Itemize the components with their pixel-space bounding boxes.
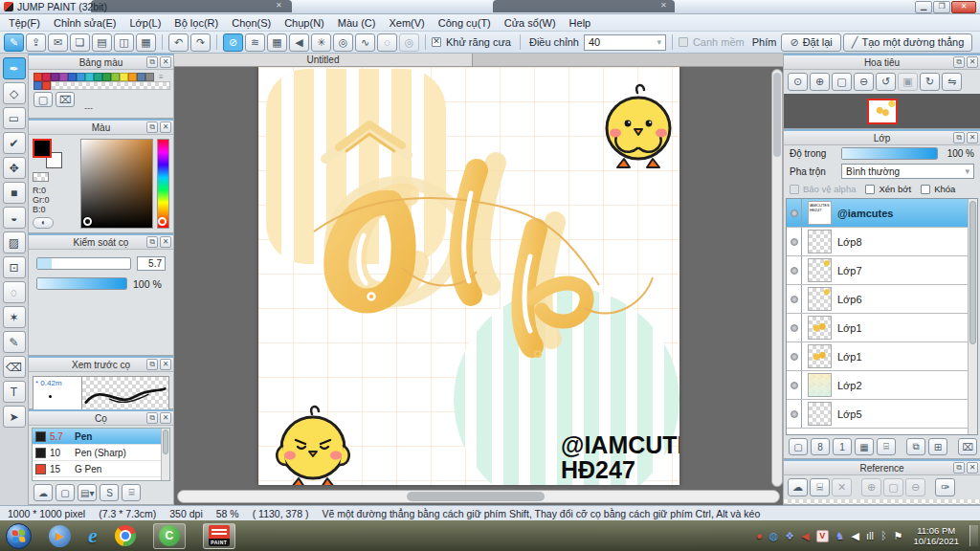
- layer-visibility-indicator[interactable]: [787, 342, 802, 370]
- dragon-tray-icon[interactable]: ♞: [835, 531, 845, 541]
- snap-parallel-button[interactable]: ≋: [245, 33, 265, 52]
- menu-item[interactable]: Công cụ(T): [432, 15, 498, 31]
- ref-fit-icon[interactable]: ▢: [883, 478, 903, 496]
- hue-cursor[interactable]: [158, 217, 167, 226]
- panel-popout-icon[interactable]: ⧉: [146, 56, 158, 68]
- duplicate-layer-icon[interactable]: ⧉: [906, 438, 925, 455]
- document-tab[interactable]: Untitled: [174, 54, 473, 66]
- new-palette-color-icon[interactable]: ▢: [33, 92, 53, 107]
- menu-item[interactable]: Tệp(F): [2, 15, 47, 31]
- add-8bit-layer-icon[interactable]: 8: [811, 438, 830, 455]
- move-tool[interactable]: ✥: [3, 157, 26, 179]
- foreground-background-swatches[interactable]: [33, 139, 65, 169]
- add-1bit-layer-icon[interactable]: 1: [833, 438, 852, 455]
- panel-close-icon[interactable]: ✕: [160, 412, 171, 424]
- layer-visibility-indicator[interactable]: [787, 371, 802, 399]
- publish-button[interactable]: ⇪: [26, 33, 46, 52]
- text-tool[interactable]: T: [3, 381, 26, 403]
- gradient-tool[interactable]: ▨: [3, 231, 26, 253]
- ref-zoom-out-icon[interactable]: ⊖: [905, 478, 925, 496]
- page-button[interactable]: ▤: [92, 33, 112, 52]
- layer-visibility-indicator[interactable]: [787, 285, 802, 313]
- antialias-checkbox[interactable]: [432, 37, 441, 47]
- taskbar-coccoc-button[interactable]: C: [153, 523, 186, 549]
- rotate-left-icon[interactable]: ↺: [876, 73, 896, 91]
- bucket-tool[interactable]: ◒: [3, 207, 26, 229]
- brush-opacity-slider[interactable]: [36, 277, 127, 290]
- foreground-color-swatch[interactable]: [33, 139, 52, 158]
- color-swatch[interactable]: [111, 73, 120, 81]
- rotate-reset-icon[interactable]: ▣: [898, 73, 918, 91]
- taskbar-chrome-icon[interactable]: [115, 525, 136, 546]
- paint-cloud-button[interactable]: ✎: [4, 33, 24, 52]
- select-eraser-tool[interactable]: ⌫: [3, 356, 26, 378]
- color-swatch[interactable]: [42, 81, 51, 90]
- color-swatch[interactable]: [42, 73, 51, 81]
- menu-item[interactable]: Xem(V): [382, 15, 431, 31]
- ref-zoom-in-icon[interactable]: ⊕: [861, 478, 881, 496]
- layer-row[interactable]: Lớp5: [787, 400, 968, 429]
- color-swatch[interactable]: [137, 73, 145, 81]
- add-layer-icon[interactable]: ▢: [789, 438, 808, 455]
- color-swatch[interactable]: [102, 73, 111, 81]
- brush-folder-icon[interactable]: ⌸: [122, 484, 141, 501]
- close-reference-icon[interactable]: ✕: [832, 478, 852, 496]
- hue-slider[interactable]: [157, 139, 169, 229]
- layer-visibility-indicator[interactable]: [787, 228, 802, 255]
- panel-popout-icon[interactable]: ⧉: [146, 236, 158, 248]
- rotate-right-icon[interactable]: ↻: [920, 73, 940, 91]
- brush-item[interactable]: 15 Mapping Pen: [33, 477, 161, 480]
- layer-visibility-indicator[interactable]: [787, 256, 802, 284]
- color-swatch[interactable]: [120, 73, 128, 81]
- brush-size-slider[interactable]: [36, 257, 131, 270]
- color-swatch[interactable]: [33, 81, 42, 90]
- network-tray-icon[interactable]: ıll: [866, 531, 874, 541]
- speaker-tray-icon[interactable]: ◀: [852, 531, 859, 541]
- layer-visibility-indicator[interactable]: [787, 314, 802, 342]
- lock-checkbox[interactable]: [921, 185, 930, 194]
- delete-layer-icon[interactable]: ⌧: [958, 438, 977, 455]
- menu-item[interactable]: Chụp(N): [278, 15, 331, 31]
- panel-popout-icon[interactable]: ⧉: [953, 132, 965, 143]
- red-app-tray-icon[interactable]: ●: [756, 531, 763, 541]
- layer-row[interactable]: Lớp2: [787, 371, 968, 400]
- edit-canvas-button[interactable]: ▦: [136, 33, 156, 52]
- panel-popout-icon[interactable]: ⧉: [953, 462, 965, 474]
- layer-row[interactable]: Lớp6: [787, 285, 968, 314]
- taskbar-internet-explorer-icon[interactable]: e: [88, 523, 98, 548]
- zoom-tool-icon[interactable]: ⊙: [788, 73, 808, 91]
- ref-eyedropper-icon[interactable]: ✑: [935, 478, 955, 496]
- add-brush-icon[interactable]: ▢: [56, 484, 75, 501]
- menu-item[interactable]: Màu (C): [331, 15, 383, 31]
- select-rect-tool[interactable]: ⊡: [3, 256, 26, 278]
- alpha-protect-checkbox[interactable]: [790, 185, 799, 194]
- adjust-combobox[interactable]: 40▾: [584, 34, 666, 51]
- brush-tool[interactable]: ✒: [3, 57, 26, 79]
- open-folder-icon[interactable]: ⌸: [810, 478, 830, 496]
- brush-item[interactable]: 15 G Pen: [33, 461, 161, 477]
- brush-item[interactable]: 10 Pen (Sharp): [33, 445, 161, 461]
- menu-item[interactable]: Bộ lọc(R): [167, 15, 225, 31]
- layer-opacity-slider[interactable]: [841, 147, 938, 160]
- cloud-import-icon[interactable]: ☁: [788, 478, 808, 496]
- panel-popout-icon[interactable]: ⧉: [146, 412, 158, 424]
- lasso-tool[interactable]: ◌: [3, 281, 26, 303]
- unikey-tray-icon[interactable]: V: [816, 530, 829, 542]
- panel-close-icon[interactable]: ✕: [967, 56, 978, 68]
- color-swatch[interactable]: [94, 73, 102, 81]
- eraser-tool[interactable]: ◇: [3, 82, 26, 104]
- color-swatch[interactable]: [145, 73, 154, 81]
- blend-mode-select[interactable]: Bình thường▾: [841, 164, 974, 179]
- snap-vanishing-button[interactable]: ◀: [289, 33, 309, 52]
- canvas-page[interactable]: @IAMCUTES HĐ247: [258, 67, 679, 485]
- panel-close-icon[interactable]: ✕: [967, 462, 978, 474]
- panel-close-icon[interactable]: ✕: [160, 359, 171, 370]
- transparent-color-swatch[interactable]: [33, 172, 49, 182]
- color-swatch[interactable]: [128, 73, 137, 81]
- color-mode-button[interactable]: ◖: [33, 217, 54, 229]
- layer-row[interactable]: Lớp8: [787, 228, 968, 256]
- color-swatch[interactable]: [59, 73, 68, 81]
- fill-rect-tool[interactable]: ■: [3, 182, 26, 204]
- panel-popout-icon[interactable]: ⧉: [953, 56, 965, 68]
- taskbar-clock[interactable]: 11:06 PM 10/16/2021: [913, 525, 959, 546]
